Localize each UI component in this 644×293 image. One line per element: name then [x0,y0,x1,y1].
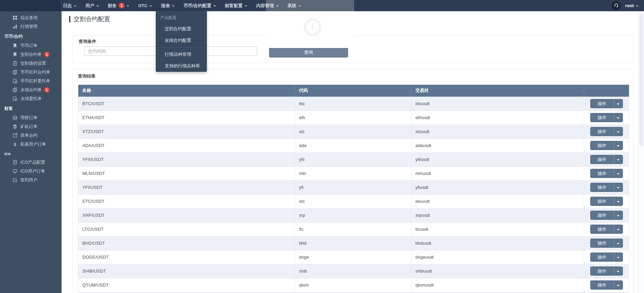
chevron-down-icon [617,201,620,202]
dropdown-item[interactable]: 支持的行情品种库 [156,60,207,72]
dropdown-item[interactable]: 永续合约配置 [156,35,207,46]
search-button[interactable]: 查询 [269,47,348,58]
row-action-button[interactable]: 操作 [591,99,614,108]
cell-name: YFII/USDT [78,152,295,166]
sidebar-item[interactable]: 跟单合约 [0,131,62,140]
row-action-button[interactable]: 操作 [591,155,614,164]
row-action-dropdown-toggle[interactable] [614,211,623,219]
row-action-split-button: 操作 [590,239,623,248]
nav-menu-label: 日志 [63,3,72,9]
nav-menu-label: 币币/合约配置 [183,3,211,9]
nav-menu-6[interactable]: 币币/合约配置 [179,0,220,11]
cell-actions: 操作 [584,97,629,111]
sidebar-item[interactable]: $私募用户订单 [0,140,62,149]
nav-menu-1[interactable]: 日志 [59,0,81,11]
row-action-button[interactable]: 操作 [591,211,614,219]
sidebar-item[interactable]: 交割合约单1 [0,50,62,59]
row-action-dropdown-toggle[interactable] [614,155,623,164]
row-action-button[interactable]: 操作 [591,281,614,289]
cell-actions: 操作 [584,222,629,236]
cell-name: QTUM/USDT [78,278,295,292]
cell-name: ADA/USDT [78,139,295,152]
sidebar-item-label: 币币杠杆委托单 [20,78,50,84]
chevron-down-icon [617,103,620,105]
cell-code: mln [295,166,411,180]
cell-name: BHD/USDT [78,236,295,250]
row-action-dropdown-toggle[interactable] [614,281,623,289]
user-menu[interactable]: root [625,3,639,8]
nav-menu-2[interactable]: 用户 [81,0,103,11]
popup-overlay-tint [266,0,354,11]
results-panel: 查询结果 名称代码交易对 BTC/USDTbtcbtcusdt操作ETH/USD… [72,69,634,293]
dropdown-item[interactable]: 交割合约配置 [156,23,207,35]
row-action-dropdown-toggle[interactable] [614,113,623,122]
sidebar-item-label: 永续合约单 [20,87,42,93]
row-action-button[interactable]: 操作 [591,169,614,178]
row-action-dropdown-toggle[interactable] [614,141,623,150]
sidebar-item[interactable]: 签到用户 [0,176,62,184]
nav-menu-4[interactable]: OTC [134,0,156,11]
sidebar-item[interactable]: 交割场控设置 [0,59,62,68]
cell-name: YFI/USDT [78,180,295,194]
row-action-button[interactable]: 操作 [591,239,614,247]
sidebar-item[interactable]: ICO产品配置 [0,158,62,167]
row-action-button[interactable]: 操作 [591,197,614,206]
scrollbar-thumb[interactable] [639,13,643,146]
results-panel-title: 查询结果 [78,73,96,79]
nav-menu-label: 财务 [108,3,117,9]
table-row: YFI/USDTyfiyfiusdt操作 [78,180,629,194]
nav-menu-5[interactable]: 报表 [156,0,179,11]
row-action-button[interactable]: 操作 [591,267,614,275]
column-header: 交易对 [411,85,584,97]
vertical-scrollbar[interactable] [638,11,644,293]
results-header-row: 名称代码交易对 [78,85,629,97]
sidebar-item-label: 矿机订单 [20,124,37,130]
cell-code: btc [295,97,411,111]
cell-pair: bhdusdt [411,236,584,250]
row-action-dropdown-toggle[interactable] [614,127,623,136]
nav-menu-3[interactable]: 财务1 [103,0,134,11]
nav-menu-label: 财富配置 [225,3,243,9]
row-action-dropdown-toggle[interactable] [614,197,623,206]
dropdown-item[interactable]: 行情品种管理 [156,49,207,60]
nav-dropdown-items: 交割合约配置永续合约配置行情品种管理支持的行情品种库 [156,23,207,72]
cell-pair: btcusdt [411,97,584,111]
row-action-dropdown-toggle[interactable] [614,183,623,192]
sidebar-item[interactable]: ICO用户订单 [0,167,62,176]
sidebar-item[interactable]: 矿机订单 [0,122,62,131]
table-row: LTC/USDTltcltcusdt操作 [78,222,629,236]
row-action-button[interactable]: 操作 [591,113,614,122]
sidebar-item[interactable]: 行情管理 [0,22,62,31]
sidebar-item-label: 私募用户订单 [20,142,46,147]
row-action-dropdown-toggle[interactable] [614,239,623,247]
row-action-dropdown-toggle[interactable] [614,253,623,261]
row-action-button[interactable]: 操作 [591,141,614,150]
row-action-dropdown-toggle[interactable] [614,267,623,275]
row-action-button[interactable]: 操作 [591,253,614,261]
row-action-dropdown-toggle[interactable] [614,225,623,233]
sidebar-item[interactable]: 永续合约单1 [0,85,62,94]
row-action-split-button: 操作 [590,155,623,164]
row-action-split-button: 操作 [590,211,623,220]
row-action-dropdown-toggle[interactable] [614,169,623,178]
row-action-split-button: 操作 [590,169,623,178]
row-action-button[interactable]: 操作 [591,225,614,233]
sidebar-badge: 1 [44,87,50,93]
row-action-button[interactable]: 操作 [591,183,614,192]
cell-actions: 操作 [584,194,629,208]
table-row: ETC/USDTetcetcusdt操作 [78,194,629,208]
chevron-down-icon [617,243,620,244]
support-button[interactable] [612,1,621,10]
cell-pair: qtumusdt [411,278,584,292]
sidebar-item[interactable]: 永续委托单 [0,94,62,103]
sidebar-item[interactable]: 综合查询 [0,13,62,22]
sidebar-item[interactable]: 理财订单 [0,113,62,122]
row-action-dropdown-toggle[interactable] [614,99,623,108]
sidebar-item[interactable]: 币币杠杆合约单 [0,68,62,77]
nav-menu-7[interactable]: 财富配置 [220,0,252,11]
table-row: XTZ/USDTxtzxtzusdt操作 [78,125,629,139]
sidebar-item-label: 签到用户 [20,177,37,183]
sidebar-item[interactable]: 币币订单 [0,41,62,50]
sidebar-item[interactable]: 币币杠杆委托单 [0,77,62,85]
row-action-button[interactable]: 操作 [591,127,614,136]
